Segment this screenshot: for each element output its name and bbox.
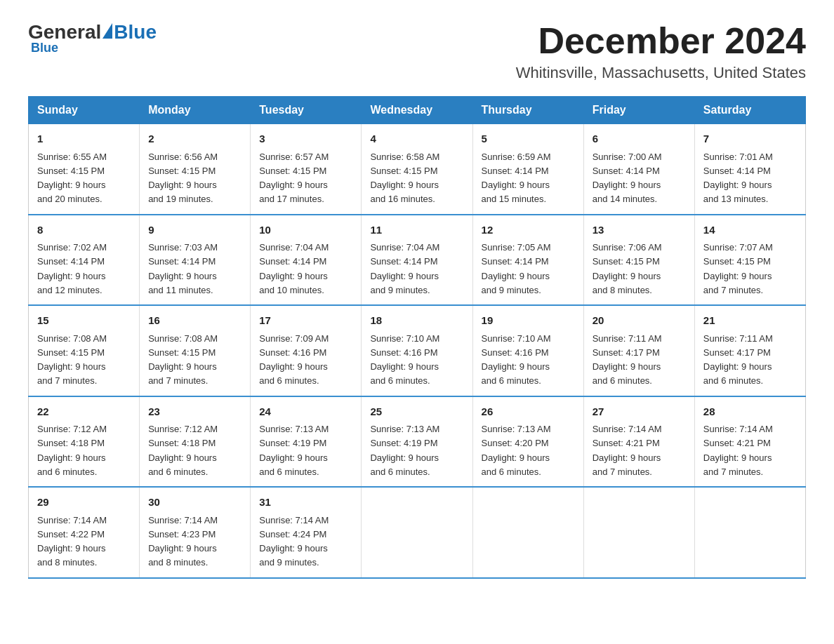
header-sunday: Sunday	[29, 97, 140, 124]
table-row: 14 Sunrise: 7:07 AMSunset: 4:15 PMDaylig…	[694, 215, 805, 306]
table-row: 19 Sunrise: 7:10 AMSunset: 4:16 PMDaylig…	[472, 305, 583, 396]
calendar-week-2: 8 Sunrise: 7:02 AMSunset: 4:14 PMDayligh…	[29, 215, 806, 306]
day-info: Sunrise: 7:04 AMSunset: 4:14 PMDaylight:…	[259, 242, 329, 295]
logo-blue-text: Blue	[114, 21, 157, 43]
calendar-week-5: 29 Sunrise: 7:14 AMSunset: 4:22 PMDaylig…	[29, 487, 806, 578]
day-info: Sunrise: 7:13 AMSunset: 4:19 PMDaylight:…	[259, 424, 329, 477]
day-info: Sunrise: 7:01 AMSunset: 4:14 PMDaylight:…	[703, 152, 773, 205]
day-info: Sunrise: 7:13 AMSunset: 4:19 PMDaylight:…	[370, 424, 439, 477]
day-info: Sunrise: 6:59 AMSunset: 4:14 PMDaylight:…	[482, 152, 551, 205]
day-info: Sunrise: 7:05 AMSunset: 4:14 PMDaylight:…	[482, 242, 551, 295]
page-header: General Blue Blue December 2024 Whitinsv…	[28, 21, 806, 82]
table-row	[362, 487, 472, 578]
day-number: 21	[703, 313, 797, 329]
table-row: 30 Sunrise: 7:14 AMSunset: 4:23 PMDaylig…	[140, 487, 251, 578]
table-row: 16 Sunrise: 7:08 AMSunset: 4:15 PMDaylig…	[140, 305, 251, 396]
header-wednesday: Wednesday	[362, 97, 472, 124]
day-info: Sunrise: 7:10 AMSunset: 4:16 PMDaylight:…	[370, 333, 439, 387]
table-row: 15 Sunrise: 7:08 AMSunset: 4:15 PMDaylig…	[29, 305, 140, 396]
table-row	[583, 487, 694, 578]
table-row: 25 Sunrise: 7:13 AMSunset: 4:19 PMDaylig…	[362, 396, 472, 488]
day-number: 7	[703, 131, 797, 147]
day-number: 12	[482, 222, 575, 239]
title-area: December 2024 Whitinsville, Massachusett…	[516, 21, 806, 82]
day-info: Sunrise: 7:08 AMSunset: 4:15 PMDaylight:…	[37, 333, 107, 387]
table-row: 28 Sunrise: 7:14 AMSunset: 4:21 PMDaylig…	[694, 396, 805, 488]
day-info: Sunrise: 7:14 AMSunset: 4:24 PMDaylight:…	[259, 515, 329, 568]
day-info: Sunrise: 7:09 AMSunset: 4:16 PMDaylight:…	[259, 333, 329, 387]
day-info: Sunrise: 7:00 AMSunset: 4:14 PMDaylight:…	[593, 152, 662, 205]
day-number: 30	[148, 495, 241, 511]
day-number: 2	[148, 131, 241, 147]
day-number: 5	[482, 131, 575, 147]
table-row: 26 Sunrise: 7:13 AMSunset: 4:20 PMDaylig…	[472, 396, 583, 488]
table-row: 8 Sunrise: 7:02 AMSunset: 4:14 PMDayligh…	[29, 215, 140, 306]
day-number: 10	[259, 222, 352, 239]
day-number: 18	[370, 313, 463, 329]
day-info: Sunrise: 7:11 AMSunset: 4:17 PMDaylight:…	[703, 333, 773, 387]
table-row	[472, 487, 583, 578]
day-number: 14	[703, 222, 797, 239]
day-info: Sunrise: 7:12 AMSunset: 4:18 PMDaylight:…	[148, 424, 218, 477]
day-number: 15	[37, 313, 131, 329]
day-number: 4	[370, 131, 463, 147]
calendar-week-3: 15 Sunrise: 7:08 AMSunset: 4:15 PMDaylig…	[29, 305, 806, 396]
day-info: Sunrise: 6:57 AMSunset: 4:15 PMDaylight:…	[259, 152, 329, 205]
table-row: 22 Sunrise: 7:12 AMSunset: 4:18 PMDaylig…	[29, 396, 140, 488]
day-number: 11	[370, 222, 463, 239]
day-number: 24	[259, 404, 352, 420]
day-info: Sunrise: 6:58 AMSunset: 4:15 PMDaylight:…	[370, 152, 439, 205]
table-row: 6 Sunrise: 7:00 AMSunset: 4:14 PMDayligh…	[583, 124, 694, 215]
header-saturday: Saturday	[694, 97, 805, 124]
day-number: 23	[148, 404, 241, 420]
day-number: 29	[37, 495, 131, 511]
day-info: Sunrise: 7:14 AMSunset: 4:21 PMDaylight:…	[703, 424, 773, 477]
day-info: Sunrise: 7:14 AMSunset: 4:22 PMDaylight:…	[37, 515, 107, 568]
day-info: Sunrise: 6:55 AMSunset: 4:15 PMDaylight:…	[37, 152, 107, 205]
day-info: Sunrise: 7:11 AMSunset: 4:17 PMDaylight:…	[593, 333, 662, 387]
day-number: 8	[37, 222, 131, 239]
day-info: Sunrise: 7:12 AMSunset: 4:18 PMDaylight:…	[37, 424, 107, 477]
day-info: Sunrise: 7:14 AMSunset: 4:23 PMDaylight:…	[148, 515, 218, 568]
day-info: Sunrise: 7:08 AMSunset: 4:15 PMDaylight:…	[148, 333, 218, 387]
calendar-table: Sunday Monday Tuesday Wednesday Thursday…	[28, 96, 806, 579]
day-info: Sunrise: 7:06 AMSunset: 4:15 PMDaylight:…	[593, 242, 662, 295]
header-tuesday: Tuesday	[251, 97, 362, 124]
table-row: 10 Sunrise: 7:04 AMSunset: 4:14 PMDaylig…	[251, 215, 362, 306]
day-info: Sunrise: 6:56 AMSunset: 4:15 PMDaylight:…	[148, 152, 218, 205]
table-row: 31 Sunrise: 7:14 AMSunset: 4:24 PMDaylig…	[251, 487, 362, 578]
header-friday: Friday	[583, 97, 694, 124]
day-number: 26	[482, 404, 575, 420]
day-info: Sunrise: 7:03 AMSunset: 4:14 PMDaylight:…	[148, 242, 218, 295]
table-row: 13 Sunrise: 7:06 AMSunset: 4:15 PMDaylig…	[583, 215, 694, 306]
calendar-week-1: 1 Sunrise: 6:55 AMSunset: 4:15 PMDayligh…	[29, 124, 806, 215]
day-number: 31	[259, 495, 352, 511]
table-row: 9 Sunrise: 7:03 AMSunset: 4:14 PMDayligh…	[140, 215, 251, 306]
table-row: 29 Sunrise: 7:14 AMSunset: 4:22 PMDaylig…	[29, 487, 140, 578]
table-row: 23 Sunrise: 7:12 AMSunset: 4:18 PMDaylig…	[140, 396, 251, 488]
table-row: 21 Sunrise: 7:11 AMSunset: 4:17 PMDaylig…	[694, 305, 805, 396]
header-thursday: Thursday	[472, 97, 583, 124]
day-number: 20	[593, 313, 686, 329]
day-number: 19	[482, 313, 575, 329]
table-row: 18 Sunrise: 7:10 AMSunset: 4:16 PMDaylig…	[362, 305, 472, 396]
day-number: 25	[370, 404, 463, 420]
day-number: 13	[593, 222, 686, 239]
day-number: 16	[148, 313, 241, 329]
calendar-week-4: 22 Sunrise: 7:12 AMSunset: 4:18 PMDaylig…	[29, 396, 806, 488]
table-row: 11 Sunrise: 7:04 AMSunset: 4:14 PMDaylig…	[362, 215, 472, 306]
table-row: 27 Sunrise: 7:14 AMSunset: 4:21 PMDaylig…	[583, 396, 694, 488]
table-row: 1 Sunrise: 6:55 AMSunset: 4:15 PMDayligh…	[29, 124, 140, 215]
day-info: Sunrise: 7:10 AMSunset: 4:16 PMDaylight:…	[482, 333, 551, 387]
table-row: 24 Sunrise: 7:13 AMSunset: 4:19 PMDaylig…	[251, 396, 362, 488]
header-monday: Monday	[140, 97, 251, 124]
day-info: Sunrise: 7:02 AMSunset: 4:14 PMDaylight:…	[37, 242, 107, 295]
day-number: 1	[37, 131, 131, 147]
day-info: Sunrise: 7:04 AMSunset: 4:14 PMDaylight:…	[370, 242, 439, 295]
day-info: Sunrise: 7:14 AMSunset: 4:21 PMDaylight:…	[593, 424, 662, 477]
table-row: 17 Sunrise: 7:09 AMSunset: 4:16 PMDaylig…	[251, 305, 362, 396]
table-row: 12 Sunrise: 7:05 AMSunset: 4:14 PMDaylig…	[472, 215, 583, 306]
table-row: 4 Sunrise: 6:58 AMSunset: 4:15 PMDayligh…	[362, 124, 472, 215]
table-row: 5 Sunrise: 6:59 AMSunset: 4:14 PMDayligh…	[472, 124, 583, 215]
day-info: Sunrise: 7:13 AMSunset: 4:20 PMDaylight:…	[482, 424, 551, 477]
